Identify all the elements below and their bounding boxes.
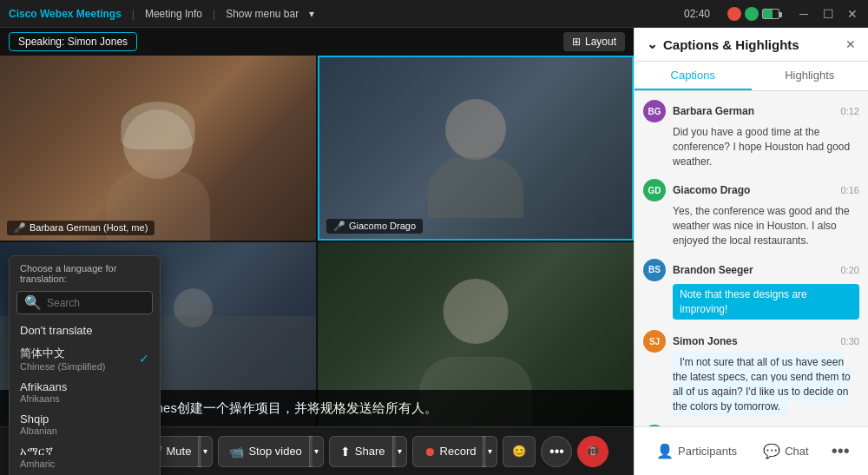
maximize-button[interactable]: ☐ [821, 7, 835, 21]
video-top-bar: Speaking: Simon Jones ⊞ Layout [0, 28, 634, 56]
panel-messages: BG Barbara German 0:12 Did you have a go… [635, 91, 868, 426]
share-group: ⬆ Share ▾ [329, 436, 407, 467]
msg-4-blue: I'm not sure that all of us have seen th… [673, 353, 851, 415]
layout-button[interactable]: ⊞ Layout [563, 32, 625, 51]
msg-4-body: I'm not sure that all of us have seen th… [643, 355, 859, 413]
tab-captions[interactable]: Captions [635, 62, 752, 90]
panel-tabs: Captions Highlights [635, 62, 868, 91]
msg-3-header: BS Brandon Seeger 0:20 [643, 259, 859, 281]
lang-item-sublabel: Afrikaans [20, 393, 67, 404]
msg-3-highlight: Note that these designs are improving! [673, 284, 859, 320]
lang-item-label: 简体中文 [20, 346, 105, 361]
video-name-2: 🎤 Giacomo Drago [326, 219, 423, 234]
record-label: Record [440, 445, 477, 458]
end-call-icon: 📵 [586, 445, 600, 458]
participants-icon: 👤 [656, 443, 674, 459]
panel-title-text: Captions & Highlights [663, 37, 799, 52]
share-button[interactable]: ⬆ Share [329, 436, 396, 467]
share-icon: ⬆ [340, 445, 351, 459]
close-button[interactable]: ✕ [845, 7, 859, 21]
lang-item-label: Don't translate [20, 324, 92, 337]
record-button[interactable]: ⏺ Record [412, 436, 487, 467]
panel-more-button[interactable]: ••• [826, 436, 855, 466]
panel-close-button[interactable]: ✕ [845, 37, 856, 51]
video-icon: 📹 [229, 445, 244, 459]
video-group: 📹 Stop video ▾ [218, 436, 323, 467]
video-grid: 🎤 Barbara German (Host, me) 🎤 Giacomo Dr… [0, 56, 634, 426]
meeting-info-link[interactable]: Meeting Info [145, 8, 202, 20]
msg-4-avatar: SJ [643, 330, 666, 353]
record-dropdown-button[interactable]: ▾ [483, 436, 497, 467]
lang-item-amharic[interactable]: አማርኛ Amharic [10, 440, 160, 473]
video-cell-2: 🎤 Giacomo Drago [318, 56, 634, 241]
msg-1-header: BG Barbara German 0:12 [643, 100, 859, 122]
emoji-button[interactable]: 😊 [503, 436, 536, 467]
participants-button[interactable]: 👤 Participants [648, 438, 746, 465]
video-cell-1: 🎤 Barbara German (Host, me) [0, 56, 316, 241]
video-name-1: 🎤 Barbara German (Host, me) [7, 221, 155, 235]
msg-3-time: 0:20 [841, 265, 859, 275]
check-icon: ✓ [139, 352, 149, 366]
app-container: Cisco Webex Meetings | Meeting Info | Sh… [0, 0, 868, 475]
status-icon [745, 7, 759, 21]
msg-4-header: SJ Simon Jones 0:30 [643, 330, 859, 353]
end-call-button[interactable]: 📵 [577, 436, 608, 467]
record-icon: ⏺ [424, 445, 436, 459]
stop-video-label: Stop video [248, 445, 301, 458]
share-dropdown-button[interactable]: ▾ [392, 436, 407, 467]
speaking-badge: Speaking: Simon Jones [9, 32, 137, 51]
lang-item-dont-translate[interactable]: Don't translate [10, 320, 160, 341]
msg-2-avatar: GD [643, 179, 666, 201]
lang-item-albanian[interactable]: Shqip Albanian [10, 408, 160, 440]
separator1: | [132, 8, 135, 20]
msg-3-avatar: BS [643, 259, 666, 281]
meeting-time: 02:40 [684, 8, 710, 20]
layout-icon: ⊞ [572, 36, 581, 48]
lang-item-label: አማርኛ [20, 445, 55, 459]
more-icon: ••• [549, 444, 564, 459]
participants-label: Participants [678, 445, 737, 458]
panel-header: ⌄ Captions & Highlights ✕ [635, 28, 868, 62]
mute-dropdown-button[interactable]: ▾ [198, 436, 213, 467]
msg-1-avatar: BG [643, 100, 666, 122]
chat-button[interactable]: 💬 Chat [754, 438, 817, 465]
msg-3-name: Brandon Seeger [673, 264, 753, 276]
layout-label: Layout [585, 36, 616, 48]
toolbar-center: 🎤 Mute ▾ 📹 Stop video ▾ [136, 436, 609, 467]
right-panel: ⌄ Captions & Highlights ✕ Captions Highl… [634, 28, 868, 475]
msg-2-body: Yes, the conference was good and the wea… [643, 204, 859, 247]
language-dropdown: Choose a language for translation: 🔍 Don… [9, 255, 161, 475]
lang-item-sublabel: Amharic [20, 459, 55, 469]
panel-bottom-toolbar: 👤 Participants 💬 Chat ••• [635, 426, 868, 475]
main-content: Speaking: Simon Jones ⊞ Layout 🎤 [0, 28, 868, 475]
message-4: SJ Simon Jones 0:30 I'm not sure that al… [643, 330, 859, 413]
lang-item-chinese[interactable]: 简体中文 Chinese (Simplified) ✓ [10, 341, 160, 376]
msg-3-body: Note that these designs are improving! [643, 284, 859, 320]
video-dropdown-button[interactable]: ▾ [309, 436, 324, 467]
chat-icon: 💬 [763, 443, 780, 459]
lang-item-sublabel: Albanian [20, 426, 57, 436]
msg-4-name: Simon Jones [673, 335, 738, 347]
lang-item-afrikaans[interactable]: Afrikaans Afrikaans [10, 376, 160, 408]
panel-title: ⌄ Captions & Highlights [647, 36, 799, 52]
emoji-icon: 😊 [512, 445, 526, 458]
app-name: Cisco Webex Meetings [9, 8, 122, 20]
minimize-button[interactable]: ─ [797, 7, 811, 21]
video-area: Speaking: Simon Jones ⊞ Layout 🎤 [0, 28, 634, 475]
lang-dropdown-title: Choose a language for translation: [10, 256, 160, 287]
mute-label: Mute [167, 445, 192, 458]
tab-highlights[interactable]: Highlights [752, 62, 869, 90]
title-bar: Cisco Webex Meetings | Meeting Info | Sh… [0, 0, 868, 28]
message-2: GD Giacomo Drago 0:16 Yes, the conferenc… [643, 179, 859, 247]
stop-video-button[interactable]: 📹 Stop video [218, 436, 312, 467]
message-3: BS Brandon Seeger 0:20 Note that these d… [643, 259, 859, 320]
share-label: Share [355, 445, 385, 458]
separator2: | [213, 8, 215, 20]
show-menu-link[interactable]: Show menu bar [226, 8, 299, 20]
more-button[interactable]: ••• [541, 436, 572, 467]
record-group: ⏺ Record ▾ [412, 436, 498, 467]
lang-search-input[interactable] [47, 297, 145, 309]
lang-search-box: 🔍 [16, 291, 153, 314]
msg-2-header: GD Giacomo Drago 0:16 [643, 179, 859, 201]
lang-item-sublabel: Chinese (Simplified) [20, 361, 105, 372]
